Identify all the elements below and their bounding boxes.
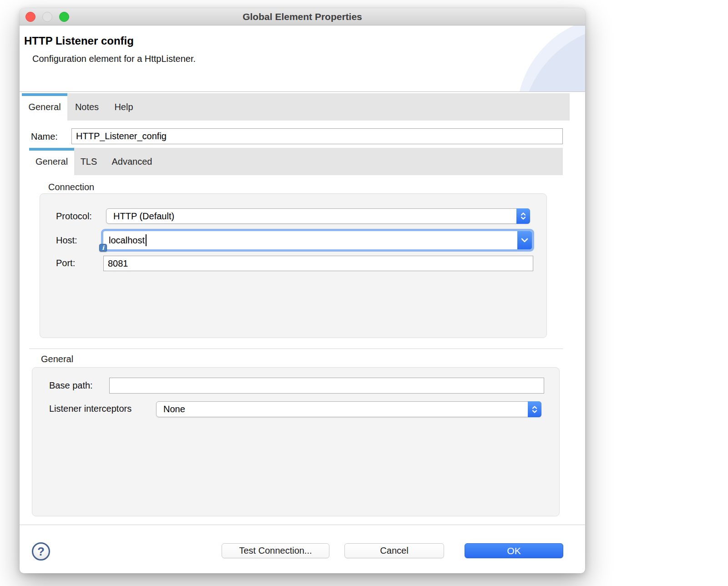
inner-tab-bar: General TLS Advanced <box>29 148 563 175</box>
cancel-button[interactable]: Cancel <box>344 543 444 558</box>
tab-help[interactable]: Help <box>106 93 141 121</box>
title-bar: Global Element Properties <box>20 8 585 25</box>
host-combo[interactable]: localhost <box>103 231 532 249</box>
ok-button[interactable]: OK <box>465 543 563 558</box>
host-label: Host: <box>56 235 77 246</box>
base-path-input[interactable] <box>109 378 544 394</box>
name-label: Name: <box>31 131 58 142</box>
general-group-label: General <box>41 354 73 364</box>
subtab-tls-label: TLS <box>81 157 97 167</box>
listener-interceptors-label: Listener interceptors <box>49 403 131 414</box>
subtab-advanced[interactable]: Advanced <box>103 148 161 175</box>
port-label: Port: <box>56 258 75 268</box>
global-element-properties-dialog: Global Element Properties HTTP Listener … <box>20 8 585 573</box>
window-title: Global Element Properties <box>20 8 585 25</box>
connection-group-label: Connection <box>48 182 94 192</box>
text-cursor <box>146 234 147 246</box>
protocol-stepper-icon[interactable] <box>516 208 530 224</box>
host-dropdown-chevron-icon[interactable] <box>517 231 532 249</box>
subtab-general-label: General <box>35 157 68 167</box>
protocol-label: Protocol: <box>56 211 92 222</box>
dialog-description: Configuration element for a HttpListener… <box>32 54 196 64</box>
tab-help-label: Help <box>114 102 133 112</box>
tab-general[interactable]: General <box>22 93 67 121</box>
info-icon[interactable]: i <box>99 244 107 252</box>
test-connection-button[interactable]: Test Connection... <box>222 543 329 558</box>
footer-separator <box>20 525 585 525</box>
listener-interceptors-stepper-icon[interactable] <box>528 401 541 417</box>
host-value: localhost <box>103 235 145 246</box>
port-input[interactable] <box>103 256 533 271</box>
listener-interceptors-value: None <box>157 404 185 414</box>
help-button[interactable]: ? <box>32 542 50 561</box>
name-input[interactable] <box>71 128 563 144</box>
tab-notes[interactable]: Notes <box>67 93 106 121</box>
dialog-header: HTTP Listener config Configuration eleme… <box>20 25 585 92</box>
dialog-heading: HTTP Listener config <box>24 35 134 47</box>
tab-general-label: General <box>28 102 61 112</box>
protocol-dropdown[interactable]: HTTP (Default) <box>106 208 530 224</box>
protocol-value: HTTP (Default) <box>106 211 174 222</box>
host-combo-focus-ring: localhost <box>101 229 534 252</box>
outer-tab-bar: General Notes Help <box>22 93 570 121</box>
subtab-tls[interactable]: TLS <box>74 148 103 175</box>
subtab-advanced-label: Advanced <box>112 157 152 167</box>
tab-notes-label: Notes <box>75 102 99 112</box>
base-path-label: Base path: <box>49 380 93 391</box>
subtab-general[interactable]: General <box>29 148 74 175</box>
listener-interceptors-dropdown[interactable]: None <box>156 401 541 417</box>
